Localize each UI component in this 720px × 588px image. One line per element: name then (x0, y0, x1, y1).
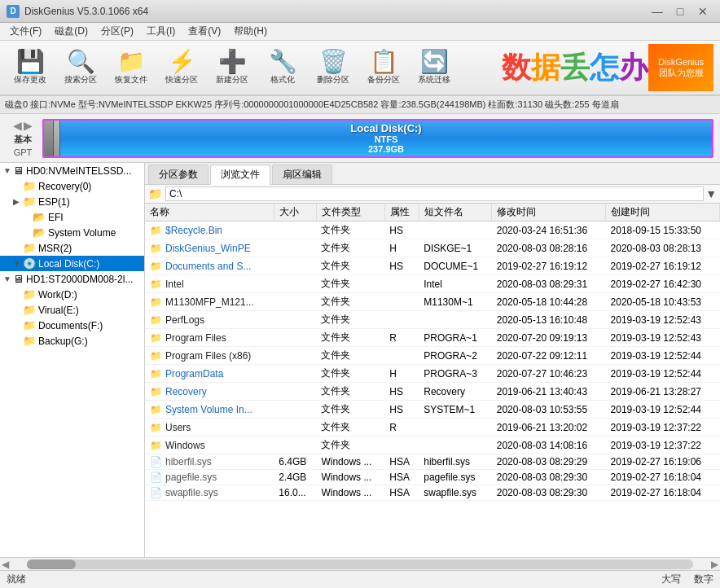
file-type-cell: 文件夹 (316, 419, 384, 437)
toolbar-btn-3[interactable]: ⚡快速分区 (158, 44, 205, 91)
scroll-right-btn[interactable]: ▶ (709, 559, 720, 570)
close-button[interactable]: ✕ (692, 2, 713, 20)
table-row[interactable]: 📁Users 文件夹 R 2019-06-21 13:20:02 2019-03… (145, 419, 720, 437)
file-short-cell: PROGRA~2 (419, 347, 492, 365)
disk-info-bar: 磁盘0 接口:NVMe 型号:NVMeINTELSSDP EKKW25 序列号:… (0, 96, 720, 114)
col-header-文件类型[interactable]: 文件类型 (316, 204, 384, 222)
table-row[interactable]: 📄hiberfil.sys 6.4GB Windows ... HSA hibe… (145, 454, 720, 470)
table-row[interactable]: 📁Recovery 文件夹 HS Recovery 2019-06-21 13:… (145, 383, 720, 401)
tree-item-hd1[interactable]: ▼🖥HD1:ST2000DM008-2l... (0, 271, 144, 287)
toolbar-btn-6[interactable]: 🗑️删除分区 (310, 44, 357, 91)
tree-item-localc[interactable]: ▼💿Local Disk(C:) (0, 256, 144, 271)
file-name-cell: 📄swapfile.sys (145, 485, 274, 501)
tab-0[interactable]: 分区参数 (148, 165, 209, 184)
toolbar-btn-0[interactable]: 💾保存更改 (7, 44, 54, 91)
file-mtime-cell: 2020-07-20 09:19:13 (492, 329, 606, 347)
tab-1[interactable]: 浏览文件 (210, 165, 270, 185)
menu-item-p[interactable]: 分区(P) (94, 23, 140, 40)
table-row[interactable]: 📁System Volume In... 文件夹 HS SYSTEM~1 202… (145, 401, 720, 419)
file-type-cell: 文件夹 (316, 275, 384, 293)
toolbar-btn-4[interactable]: ➕新建分区 (209, 44, 256, 91)
partition-visual[interactable]: Local Disk(C:) NTFS 237.9GB (42, 119, 713, 158)
col-header-属性[interactable]: 属性 (384, 204, 419, 222)
table-row[interactable]: 📁Intel 文件夹 Intel 2020-08-03 08:29:31 201… (145, 275, 720, 293)
col-header-大小[interactable]: 大小 (274, 204, 316, 222)
file-attr-cell (384, 311, 419, 329)
toolbar-btn-1[interactable]: 🔍搜索分区 (57, 44, 104, 91)
file-short-cell: Recovery (419, 383, 492, 401)
menu-bar: 文件(F)磁盘(D)分区(P)工具(I)查看(V)帮助(H) (0, 23, 720, 41)
file-ctime-cell: 2019-02-27 16:19:12 (606, 257, 720, 275)
toolbar: 💾保存更改🔍搜索分区📁恢复文件⚡快速分区➕新建分区🔧格式化🗑️删除分区📋备份分区… (0, 41, 720, 96)
file-short-cell (419, 419, 492, 437)
minimize-button[interactable]: — (647, 2, 668, 20)
file-attr-cell: HS (384, 401, 419, 419)
address-nav-btn[interactable]: ▼ (705, 187, 717, 200)
scroll-thumb[interactable] (27, 559, 76, 569)
menu-item-v[interactable]: 查看(V) (182, 23, 227, 40)
tree-item-esp1[interactable]: ▶📁ESP(1) (0, 194, 144, 209)
horizontal-scrollbar[interactable] (27, 559, 693, 569)
table-row[interactable]: 📄pagefile.sys 2.4GB Windows ... HSA page… (145, 470, 720, 485)
tab-2[interactable]: 扇区编辑 (272, 165, 332, 184)
menu-item-h[interactable]: 帮助(H) (227, 23, 274, 40)
file-name-cell: 📁Program Files (145, 329, 274, 347)
file-size-cell (274, 437, 316, 454)
tree-item-backupg[interactable]: 📁Backup(G:) (0, 333, 144, 349)
table-row[interactable]: 📁$Recycle.Bin 文件夹 HS 2020-03-24 16:51:36… (145, 222, 720, 239)
tree-item-workd[interactable]: 📁Work(D:) (0, 287, 144, 302)
file-ctime-cell: 2019-03-19 12:52:43 (606, 329, 720, 347)
file-size-cell (274, 365, 316, 383)
table-row[interactable]: 📁Program Files 文件夹 R PROGRA~1 2020-07-20… (145, 329, 720, 347)
menu-item-d[interactable]: 磁盘(D) (48, 23, 94, 40)
tree-item-documentsf[interactable]: 📁Documents(F:) (0, 318, 144, 333)
tree-item-msr2[interactable]: 📁MSR(2) (0, 240, 144, 256)
tree-item-hd0[interactable]: ▼🖥HD0:NVMeINTELSSD... (0, 163, 144, 178)
tree-item-efi[interactable]: 📂EFI (0, 209, 144, 225)
table-row[interactable]: 📁ProgramData 文件夹 H PROGRA~3 2020-07-27 1… (145, 365, 720, 383)
table-row[interactable]: 📁Program Files (x86) 文件夹 PROGRA~2 2020-0… (145, 347, 720, 365)
nav-left-arrow[interactable]: ◀ (13, 119, 22, 132)
disk-label-area: ◀ ▶ 基本 GPT (7, 119, 39, 157)
table-row[interactable]: 📁PerfLogs 文件夹 2020-05-13 16:10:48 2019-0… (145, 311, 720, 329)
toolbar-btn-2[interactable]: 📁恢复文件 (108, 44, 155, 91)
file-attr-cell: H (384, 365, 419, 383)
partition-size: 237.9GB (368, 144, 404, 154)
partition-fs: NTFS (375, 134, 398, 144)
menu-item-i[interactable]: 工具(I) (140, 23, 182, 40)
nav-right-arrow[interactable]: ▶ (24, 119, 33, 132)
horizontal-scroll-area: ◀ ▶ (0, 557, 720, 570)
title-text: DiskGenius V5.3.0.1066 x64 (24, 6, 647, 17)
tree-item-viruae[interactable]: 📁Virual(E:) (0, 302, 144, 318)
file-type-cell: 文件夹 (316, 293, 384, 311)
table-row[interactable]: 📄swapfile.sys 16.0... Windows ... HSA sw… (145, 485, 720, 501)
small-segment (44, 121, 54, 156)
file-size-cell (274, 347, 316, 365)
scroll-left-btn[interactable]: ◀ (0, 559, 11, 570)
file-name-cell: 📄hiberfil.sys (145, 454, 274, 470)
file-type-cell: 文件夹 (316, 239, 384, 257)
col-header-修改时间[interactable]: 修改时间 (492, 204, 606, 222)
menu-item-f[interactable]: 文件(F) (3, 23, 48, 40)
tree-item-recovery0[interactable]: 📁Recovery(0) (0, 178, 144, 194)
toolbar-btn-7[interactable]: 📋备份分区 (360, 44, 407, 91)
col-header-名称[interactable]: 名称 (145, 204, 274, 222)
file-attr-cell (384, 347, 419, 365)
table-row[interactable]: 📁Documents and S... 文件夹 HS DOCUME~1 2019… (145, 257, 720, 275)
table-row[interactable]: 📁DiskGenius_WinPE 文件夹 H DISKGE~1 2020-08… (145, 239, 720, 257)
address-input[interactable] (165, 186, 704, 201)
file-ctime-cell: 2019-03-19 12:52:44 (606, 347, 720, 365)
tree-item-systemvolume[interactable]: 📂System Volume (0, 225, 144, 240)
toolbar-btn-5[interactable]: 🔧格式化 (259, 44, 306, 91)
partition-label: Local Disk(C:) (350, 122, 421, 134)
file-type-cell: Windows ... (316, 485, 384, 501)
col-header-短文件名[interactable]: 短文件名 (419, 204, 492, 222)
table-row[interactable]: 📁Windows 文件夹 2020-08-03 14:08:16 2019-03… (145, 437, 720, 454)
table-row[interactable]: 📁M1130MFP_M121... 文件夹 M1130M~1 2020-05-1… (145, 293, 720, 311)
toolbar-btn-8[interactable]: 🔄系统迁移 (410, 44, 458, 91)
col-header-创建时间[interactable]: 创建时间 (606, 204, 720, 222)
file-ctime-cell: 2019-03-19 12:37:22 (606, 437, 720, 454)
file-short-cell: PROGRA~3 (419, 365, 492, 383)
maximize-button[interactable]: □ (670, 2, 691, 20)
main-partition[interactable]: Local Disk(C:) NTFS 237.9GB (60, 121, 712, 156)
